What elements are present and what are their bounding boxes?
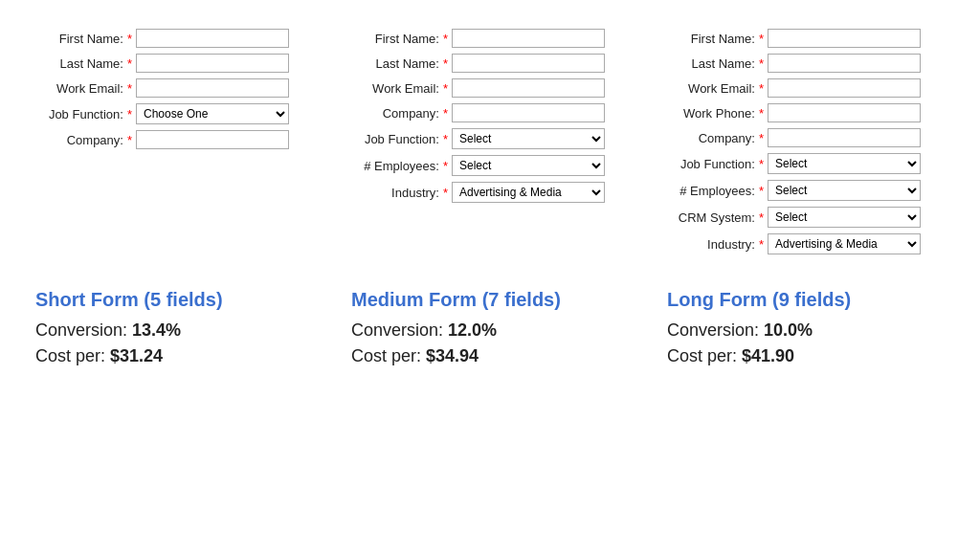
label-area: Work Email: * bbox=[667, 81, 768, 96]
employees-select[interactable]: Select bbox=[452, 155, 605, 176]
work-email-input[interactable] bbox=[136, 78, 289, 98]
medium-form-conversion: Conversion: 12.0% bbox=[351, 320, 629, 341]
cost-label: Cost per: bbox=[667, 346, 737, 365]
required-star: * bbox=[127, 32, 132, 46]
label-area: Last Name: * bbox=[351, 56, 452, 71]
required-star: * bbox=[443, 56, 448, 71]
form-row-workphone: Work Phone: * bbox=[667, 103, 945, 122]
work-phone-input[interactable] bbox=[768, 103, 921, 122]
label-area: Last Name: * bbox=[35, 56, 136, 71]
industry-label: Industry: bbox=[667, 237, 759, 252]
required-star: * bbox=[127, 133, 132, 147]
form-row-industry: Industry: * Advertising & Media bbox=[351, 182, 629, 203]
label-area: Last Name: * bbox=[667, 56, 768, 71]
form-row-jobfunction: Job Function: * Select bbox=[351, 128, 629, 149]
required-star: * bbox=[759, 210, 764, 225]
medium-form-title: Medium Form (7 fields) bbox=[351, 289, 629, 311]
company-input[interactable] bbox=[136, 130, 289, 149]
work-email-label: Work Email: bbox=[35, 81, 127, 96]
long-form-conversion: Conversion: 10.0% bbox=[667, 320, 945, 341]
required-star: * bbox=[759, 131, 764, 145]
form-row-lastname: Last Name: * bbox=[351, 54, 629, 73]
short-form-stats: Short Form (5 fields) Conversion: 13.4% … bbox=[35, 289, 313, 372]
conversion-value: 10.0% bbox=[764, 320, 813, 340]
form-row-industry: Industry: * Advertising & Media bbox=[667, 233, 945, 254]
industry-select[interactable]: Advertising & Media bbox=[452, 182, 605, 203]
long-form-cost: Cost per: $41.90 bbox=[667, 346, 945, 366]
industry-label: Industry: bbox=[351, 186, 443, 200]
first-name-label: First Name: bbox=[351, 32, 443, 46]
required-star: * bbox=[759, 184, 764, 198]
required-star: * bbox=[759, 81, 764, 96]
required-star: * bbox=[443, 186, 448, 200]
form-row-company: Company: * bbox=[351, 103, 629, 122]
label-area: Job Function: * bbox=[351, 132, 452, 146]
form-row-company: Company: * bbox=[667, 128, 945, 147]
company-input[interactable] bbox=[768, 128, 921, 147]
last-name-label: Last Name: bbox=[351, 56, 443, 71]
cost-label: Cost per: bbox=[351, 346, 421, 365]
last-name-label: Last Name: bbox=[667, 56, 759, 71]
first-name-input[interactable] bbox=[136, 29, 289, 48]
required-star: * bbox=[443, 159, 448, 173]
label-area: Company: * bbox=[351, 106, 452, 121]
company-label: Company: bbox=[35, 133, 127, 147]
label-area: Job Function: * bbox=[35, 107, 136, 121]
medium-form-stats: Medium Form (7 fields) Conversion: 12.0%… bbox=[351, 289, 629, 372]
required-star: * bbox=[759, 237, 764, 252]
last-name-input[interactable] bbox=[768, 54, 921, 73]
company-input[interactable] bbox=[452, 103, 605, 122]
job-function-select[interactable]: Select bbox=[452, 128, 605, 149]
work-email-label: Work Email: bbox=[667, 81, 759, 96]
label-area: # Employees: * bbox=[667, 184, 768, 198]
first-name-input[interactable] bbox=[768, 29, 921, 48]
short-form-conversion: Conversion: 13.4% bbox=[35, 320, 313, 341]
job-function-label: Job Function: bbox=[667, 157, 759, 171]
company-label: Company: bbox=[667, 131, 759, 145]
crm-label: CRM System: bbox=[667, 210, 759, 225]
required-star: * bbox=[443, 132, 448, 146]
forms-row: First Name: * Last Name: * Work Email: *… bbox=[19, 29, 961, 260]
job-function-select[interactable]: Select bbox=[768, 153, 921, 174]
form-row-workemail: Work Email: * bbox=[667, 78, 945, 98]
form-row-jobfunction: Job Function: * Select bbox=[667, 153, 945, 174]
first-name-input[interactable] bbox=[452, 29, 605, 48]
cost-value: $31.24 bbox=[110, 346, 163, 365]
label-area: # Employees: * bbox=[351, 159, 452, 173]
job-function-select[interactable]: Choose One bbox=[136, 103, 289, 124]
form-row-workemail: Work Email: * bbox=[35, 78, 313, 98]
long-form-title: Long Form (9 fields) bbox=[667, 289, 945, 311]
work-email-input[interactable] bbox=[452, 78, 605, 98]
last-name-input[interactable] bbox=[136, 54, 289, 73]
required-star: * bbox=[759, 32, 764, 46]
employees-select[interactable]: Select bbox=[768, 180, 921, 201]
required-star: * bbox=[443, 81, 448, 96]
employees-label: # Employees: bbox=[351, 159, 443, 173]
medium-form-cost: Cost per: $34.94 bbox=[351, 346, 629, 366]
form-row-employees: # Employees: * Select bbox=[667, 180, 945, 201]
work-email-label: Work Email: bbox=[351, 81, 443, 96]
conversion-value: 12.0% bbox=[448, 320, 497, 340]
form-row-lastname: Last Name: * bbox=[35, 54, 313, 73]
conversion-label: Conversion: bbox=[667, 320, 759, 340]
job-function-label: Job Function: bbox=[351, 132, 443, 146]
form-row-jobfunction: Job Function: * Choose One bbox=[35, 103, 313, 124]
required-star: * bbox=[127, 107, 132, 121]
cost-value: $41.90 bbox=[742, 346, 794, 365]
last-name-input[interactable] bbox=[452, 54, 605, 73]
form-row-employees: # Employees: * Select bbox=[351, 155, 629, 176]
label-area: First Name: * bbox=[667, 32, 768, 46]
required-star: * bbox=[127, 81, 132, 96]
crm-select[interactable]: Select bbox=[768, 207, 921, 228]
form-row-company: Company: * bbox=[35, 130, 313, 149]
label-area: Industry: * bbox=[351, 186, 452, 200]
long-form-stats: Long Form (9 fields) Conversion: 10.0% C… bbox=[667, 289, 945, 372]
industry-select[interactable]: Advertising & Media bbox=[768, 233, 921, 254]
label-area: Industry: * bbox=[667, 237, 768, 252]
work-email-input[interactable] bbox=[768, 78, 921, 98]
required-star: * bbox=[443, 106, 448, 121]
label-area: Work Email: * bbox=[351, 81, 452, 96]
medium-form: First Name: * Last Name: * Work Email: *… bbox=[351, 29, 629, 209]
last-name-label: Last Name: bbox=[35, 56, 127, 71]
first-name-label: First Name: bbox=[667, 32, 759, 46]
